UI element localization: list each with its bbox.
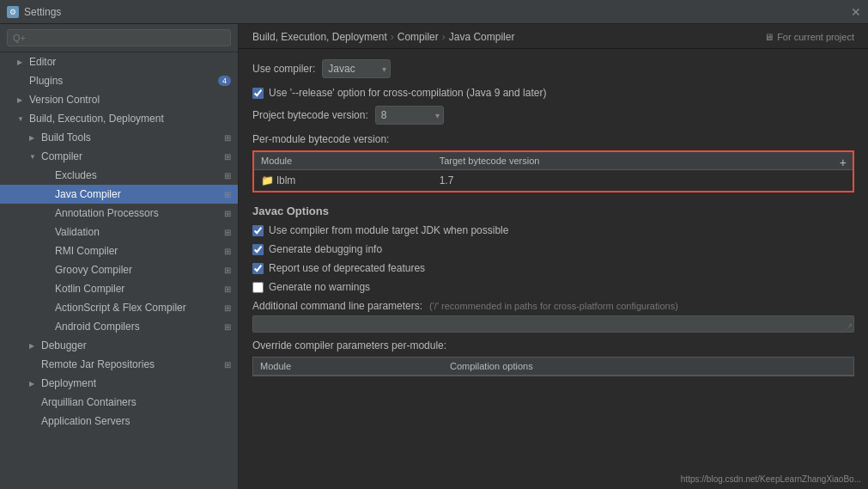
use-module-target-checkbox[interactable] <box>252 225 264 236</box>
sidebar-item-excludes[interactable]: Excludes ⊞ <box>0 166 238 185</box>
sidebar-item-build-tools[interactable]: ▶ Build Tools ⊞ <box>0 128 238 147</box>
sidebar-item-label: RMI Compiler <box>55 245 221 257</box>
close-button[interactable]: ✕ <box>851 5 861 19</box>
bytecode-select-wrapper: 8 <box>375 106 444 125</box>
for-current-project: 🖥 For current project <box>764 32 854 42</box>
debug-info-checkbox[interactable] <box>252 244 264 255</box>
page-icon: ⊞ <box>224 284 231 294</box>
page-icon: ⊞ <box>224 228 231 237</box>
arrow-icon: ▶ <box>29 134 38 142</box>
compiler-select[interactable]: Javac <box>322 59 391 78</box>
page-icon: ⊞ <box>224 152 231 162</box>
content-header: Build, Execution, Deployment › Compiler … <box>239 24 868 49</box>
settings-icon: ⚙ <box>7 6 19 18</box>
breadcrumb-sep-1: › <box>391 31 394 43</box>
plugins-badge: 4 <box>218 76 231 86</box>
sidebar-item-java-compiler[interactable]: Java Compiler ⊞ <box>0 185 238 204</box>
page-icon: ⊞ <box>224 171 231 180</box>
title-bar-title: Settings <box>24 6 61 18</box>
sidebar-item-plugins[interactable]: Plugins 4 <box>0 71 238 90</box>
sidebar-item-label: Java Compiler <box>55 188 221 200</box>
deprecated-checkbox[interactable] <box>252 263 264 274</box>
sidebar: ▶ Editor Plugins 4 ▶ Version Control ▼ B… <box>0 24 239 489</box>
sidebar-item-label: Remote Jar Repositories <box>41 358 221 370</box>
deprecated-row: Report use of deprecated features <box>252 262 854 274</box>
sidebar-item-build-exec-deploy[interactable]: ▼ Build, Execution, Deployment <box>0 109 238 128</box>
sidebar-item-label: Android Compilers <box>55 321 221 333</box>
sidebar-item-label: Debugger <box>41 339 231 351</box>
sidebar-item-rmi-compiler[interactable]: RMI Compiler ⊞ <box>0 241 238 260</box>
no-warnings-checkbox[interactable] <box>252 282 264 293</box>
sidebar-item-editor[interactable]: ▶ Editor <box>0 52 238 71</box>
sidebar-item-android-compilers[interactable]: Android Compilers ⊞ <box>0 317 238 336</box>
page-icon: ⊞ <box>224 190 231 199</box>
deprecated-label: Report use of deprecated features <box>269 262 425 274</box>
no-warnings-row: Generate no warnings <box>252 281 854 293</box>
project-bytecode-label: Project bytecode version: <box>252 109 368 121</box>
sidebar-item-remote-jar-repos[interactable]: Remote Jar Repositories ⊞ <box>0 355 238 374</box>
arrow-icon: ▼ <box>29 153 38 161</box>
sidebar-item-label: Application Servers <box>41 415 231 427</box>
cross-compilation-checkbox[interactable] <box>252 88 264 99</box>
sidebar-item-compiler[interactable]: ▼ Compiler ⊞ <box>0 147 238 166</box>
bytecode-version-cell: 1.7 <box>433 170 853 192</box>
arrow-icon: ▶ <box>17 58 26 66</box>
per-module-label: Per-module bytecode version: <box>252 133 854 145</box>
sidebar-item-label: Plugins <box>29 75 211 87</box>
debug-info-label: Generate debugging info <box>269 243 382 255</box>
bytecode-select[interactable]: 8 <box>375 106 444 125</box>
page-icon: ⊞ <box>224 209 231 218</box>
arrow-icon: ▼ <box>17 115 26 123</box>
page-icon: ⊞ <box>224 266 231 275</box>
search-input[interactable] <box>7 29 231 46</box>
target-bytecode-col-header: Target bytecode version <box>433 152 853 170</box>
javac-options-title: Javac Options <box>252 205 854 217</box>
compiler-select-wrapper: Javac <box>322 59 391 78</box>
per-module-section: Per-module bytecode version: + Module Ta… <box>252 133 854 193</box>
javac-options-section: Javac Options Use compiler from module t… <box>252 205 854 376</box>
additional-params-section: Additional command line parameters: ('/'… <box>252 300 854 333</box>
module-name-cell: 📁 lblm <box>254 170 433 192</box>
breadcrumb: Build, Execution, Deployment › Compiler … <box>252 31 514 43</box>
sidebar-list: ▶ Editor Plugins 4 ▶ Version Control ▼ B… <box>0 52 238 489</box>
sidebar-item-application-servers[interactable]: Application Servers <box>0 412 238 431</box>
sidebar-item-label: Arquillian Containers <box>41 396 231 408</box>
module-table-container: + Module Target bytecode version 📁 lb <box>252 150 854 193</box>
sidebar-item-deployment[interactable]: ▶ Deployment <box>0 374 238 393</box>
override-table-container: Module Compilation options <box>252 357 854 376</box>
sidebar-item-groovy-compiler[interactable]: Groovy Compiler ⊞ <box>0 260 238 279</box>
add-module-button[interactable]: + <box>835 154 851 171</box>
sidebar-item-kotlin-compiler[interactable]: Kotlin Compiler ⊞ <box>0 279 238 298</box>
page-icon: ⊞ <box>224 247 231 256</box>
sidebar-item-label: Excludes <box>55 169 221 181</box>
arrow-icon: ▶ <box>29 342 38 350</box>
arrow-icon: ▶ <box>29 380 38 388</box>
resize-icon: ↗ <box>846 321 853 331</box>
sidebar-item-label: Groovy Compiler <box>55 264 221 276</box>
use-module-target-label: Use compiler from module target JDK when… <box>269 224 508 236</box>
sidebar-item-annotation-processors[interactable]: Annotation Processors ⊞ <box>0 204 238 223</box>
sidebar-item-validation[interactable]: Validation ⊞ <box>0 223 238 241</box>
page-icon: ⊞ <box>224 133 231 143</box>
project-bytecode-row: Project bytecode version: 8 <box>252 106 854 125</box>
sidebar-item-actionscript-flex[interactable]: ActionScript & Flex Compiler ⊞ <box>0 298 238 317</box>
cross-compilation-label: Use '--release' option for cross-compila… <box>269 87 546 99</box>
additional-params-header: Additional command line parameters: ('/'… <box>252 300 854 312</box>
sidebar-item-version-control[interactable]: ▶ Version Control <box>0 90 238 109</box>
use-module-target-row: Use compiler from module target JDK when… <box>252 224 854 236</box>
sidebar-item-label: Version Control <box>29 94 231 106</box>
additional-params-input-wrapper: ↗ <box>252 315 854 333</box>
main-layout: ▶ Editor Plugins 4 ▶ Version Control ▼ B… <box>0 24 868 489</box>
use-compiler-row: Use compiler: Javac <box>252 59 854 78</box>
additional-params-input[interactable] <box>252 315 854 333</box>
additional-params-label: Additional command line parameters: <box>252 300 422 312</box>
sidebar-item-debugger[interactable]: ▶ Debugger <box>0 336 238 355</box>
sidebar-item-label: Build Tools <box>41 131 221 144</box>
sidebar-item-label: Annotation Processors <box>55 207 221 219</box>
compilation-options-col-header: Compilation options <box>443 358 853 376</box>
sidebar-item-label: Compiler <box>41 150 221 162</box>
override-compiler-section: Override compiler parameters per-module:… <box>252 339 854 376</box>
page-icon: ⊞ <box>224 303 231 313</box>
sidebar-item-arquillian-containers[interactable]: Arquillian Containers <box>0 393 238 412</box>
breadcrumb-part-2: Compiler <box>398 31 439 43</box>
